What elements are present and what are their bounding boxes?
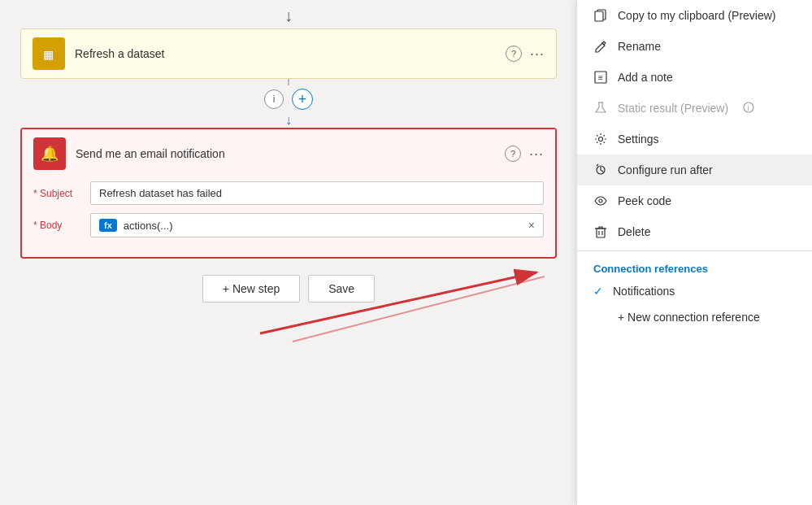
subject-label: * Subject <box>33 188 82 199</box>
peek-code-label: Peek code <box>618 194 671 207</box>
gear-icon <box>593 132 608 146</box>
email-card-title: Send me an email notification <box>76 147 495 160</box>
menu-item-rename[interactable]: Rename <box>577 31 812 62</box>
connector-buttons: i + <box>264 89 313 110</box>
context-menu: Copy to my clipboard (Preview) Rename ≡ … <box>576 0 812 505</box>
add-note-label: Add a note <box>618 71 673 84</box>
pencil-icon <box>593 39 608 54</box>
static-result-label: Static result (Preview) <box>618 102 728 115</box>
svg-rect-6 <box>595 11 603 21</box>
refresh-help-button[interactable]: ? <box>506 46 522 62</box>
connector-area: i + ↓ <box>264 79 313 128</box>
run-after-icon <box>593 163 608 177</box>
menu-item-copy[interactable]: Copy to my clipboard (Preview) <box>577 0 812 31</box>
email-more-button[interactable]: ··· <box>529 146 544 163</box>
email-card-body: * Subject * Body fx actions(...) × <box>22 178 555 257</box>
svg-point-12 <box>599 137 603 141</box>
bottom-buttons: + New step Save <box>202 275 375 303</box>
settings-label: Settings <box>618 133 659 146</box>
body-close-button[interactable]: × <box>528 219 535 232</box>
configure-run-after-label: Configure run after <box>618 163 713 176</box>
menu-item-delete[interactable]: Delete <box>577 216 812 247</box>
static-result-info-icon: i <box>743 102 754 115</box>
trash-icon <box>593 224 608 239</box>
new-connection-label: + New connection reference <box>618 311 760 324</box>
email-notification-card: 🔔 Send me an email notification ? ··· * … <box>20 128 557 259</box>
email-help-button[interactable]: ? <box>505 146 521 162</box>
svg-text:≡: ≡ <box>598 73 603 82</box>
menu-item-peek-code[interactable]: Peek code <box>577 185 812 216</box>
new-step-button[interactable]: + New step <box>202 275 300 303</box>
email-card-icon: 🔔 <box>33 137 66 170</box>
connector-add-button[interactable]: + <box>292 89 313 110</box>
svg-text:i: i <box>748 104 749 112</box>
check-icon: ✓ <box>593 285 603 298</box>
connector-line-top <box>288 79 289 85</box>
menu-item-static-result: Static result (Preview) i <box>577 93 812 124</box>
notifications-label: Notifications <box>613 285 675 298</box>
connection-references-header: Connection references <box>577 255 812 278</box>
connector-info-button[interactable]: i <box>264 89 284 109</box>
eye-icon <box>593 194 608 208</box>
refresh-card-actions: ? ··· <box>506 46 545 63</box>
menu-item-configure-run-after[interactable]: Configure run after <box>577 155 812 185</box>
svg-point-14 <box>599 199 602 202</box>
connection-item-notifications: ✓ Notifications <box>577 278 812 304</box>
rename-label: Rename <box>618 40 661 53</box>
subject-input[interactable] <box>90 181 544 205</box>
connector-down-arrow: ↓ <box>285 113 292 128</box>
body-label: * Body <box>33 220 82 231</box>
menu-item-settings[interactable]: Settings <box>577 124 812 155</box>
flask-icon <box>593 101 608 115</box>
email-card-header: 🔔 Send me an email notification ? ··· <box>22 129 555 178</box>
save-button[interactable]: Save <box>308 275 375 303</box>
refresh-more-button[interactable]: ··· <box>530 46 545 63</box>
body-input-area[interactable]: fx actions(...) × <box>90 213 544 237</box>
refresh-card-title: Refresh a dataset <box>75 47 496 60</box>
subject-row: * Subject <box>33 181 544 205</box>
fx-badge: fx <box>99 219 117 232</box>
body-value: actions(...) <box>124 220 522 232</box>
copy-label: Copy to my clipboard (Preview) <box>618 9 776 22</box>
refresh-card-icon: ▦ <box>33 37 65 70</box>
new-connection-reference[interactable]: + New connection reference <box>577 304 812 330</box>
menu-item-add-note[interactable]: ≡ Add a note <box>577 62 812 93</box>
note-icon: ≡ <box>593 70 608 85</box>
copy-icon <box>593 8 608 23</box>
refresh-dataset-card: ▦ Refresh a dataset ? ··· <box>20 28 557 79</box>
svg-text:▦: ▦ <box>43 48 54 61</box>
delete-label: Delete <box>618 225 650 238</box>
body-row: * Body fx actions(...) × <box>33 213 544 237</box>
top-down-arrow: ↓ <box>284 7 293 25</box>
context-menu-divider <box>577 250 812 251</box>
